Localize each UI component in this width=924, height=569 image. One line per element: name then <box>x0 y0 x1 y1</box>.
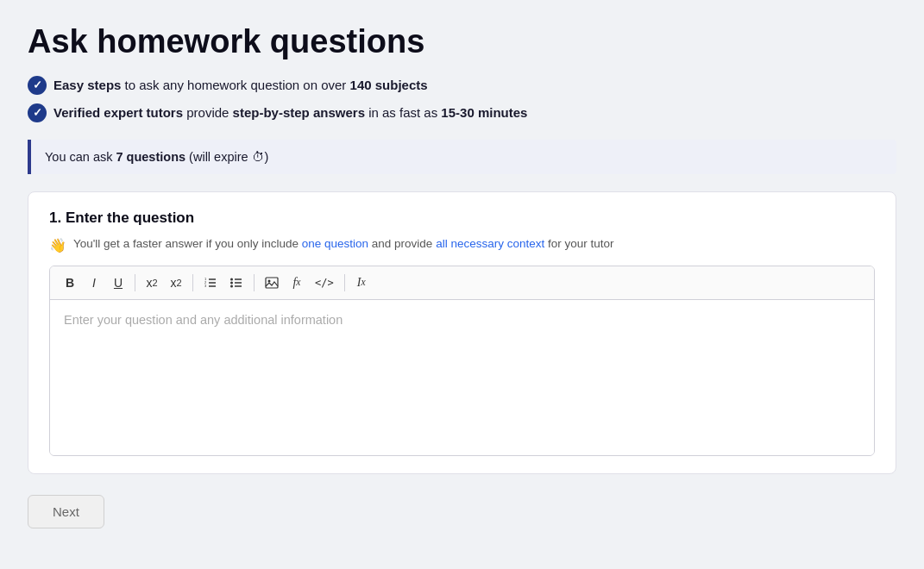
code-button[interactable]: </> <box>310 272 339 294</box>
svg-point-13 <box>268 279 271 282</box>
clear-format-button[interactable]: Ix <box>350 272 373 294</box>
svg-point-10 <box>230 281 233 284</box>
svg-rect-12 <box>266 278 278 288</box>
feature-text-1: Easy steps to ask any homework question … <box>53 78 428 92</box>
svg-text:3: 3 <box>204 284 207 288</box>
bold-button[interactable]: B <box>59 272 81 294</box>
question-card: 1. Enter the question 👋 You'll get a fas… <box>28 191 896 474</box>
svg-point-9 <box>230 278 233 280</box>
superscript-button[interactable]: x2 <box>165 272 187 294</box>
info-banner-text: You can ask 7 questions (will expire ⏱) <box>45 150 268 164</box>
toolbar-sep-3 <box>254 274 255 291</box>
feature-item-2: Verified expert tutors provide step-by-s… <box>28 103 896 122</box>
svg-point-11 <box>230 284 233 287</box>
hint-container: 👋 You'll get a faster answer if you only… <box>49 237 875 253</box>
features-list: Easy steps to ask any homework question … <box>28 76 896 122</box>
unordered-list-button[interactable] <box>224 272 248 294</box>
hint-emoji: 👋 <box>49 237 66 253</box>
page-container: Ask homework questions Easy steps to ask… <box>0 0 924 549</box>
image-button[interactable] <box>260 272 284 294</box>
editor-container: B I U x2 x2 1 2 3 <box>49 266 875 456</box>
section-number: 1. <box>49 209 66 226</box>
formula-button[interactable]: fx <box>286 272 308 294</box>
editor-placeholder: Enter your question and any additional i… <box>64 313 343 327</box>
toolbar-sep-4 <box>344 274 345 291</box>
feature-item-1: Easy steps to ask any homework question … <box>28 76 896 95</box>
page-title: Ask homework questions <box>28 24 896 60</box>
subscript-button[interactable]: x2 <box>141 272 163 294</box>
check-icon-1 <box>28 76 47 95</box>
editor-toolbar: B I U x2 x2 1 2 3 <box>50 266 874 300</box>
check-icon-2 <box>28 103 47 122</box>
section-label: Enter the question <box>66 209 194 226</box>
info-banner: You can ask 7 questions (will expire ⏱) <box>28 140 896 174</box>
editor-body[interactable]: Enter your question and any additional i… <box>50 300 874 455</box>
feature-text-2: Verified expert tutors provide step-by-s… <box>53 105 527 120</box>
toolbar-sep-1 <box>135 274 135 291</box>
toolbar-sep-2 <box>192 274 193 291</box>
next-button[interactable]: Next <box>28 495 104 528</box>
italic-button[interactable]: I <box>83 272 105 294</box>
section-title: 1. Enter the question <box>49 209 875 227</box>
hint-message: You'll get a faster answer if you only i… <box>73 237 613 250</box>
ordered-list-button[interactable]: 1 2 3 <box>198 272 223 294</box>
underline-button[interactable]: U <box>107 272 129 294</box>
